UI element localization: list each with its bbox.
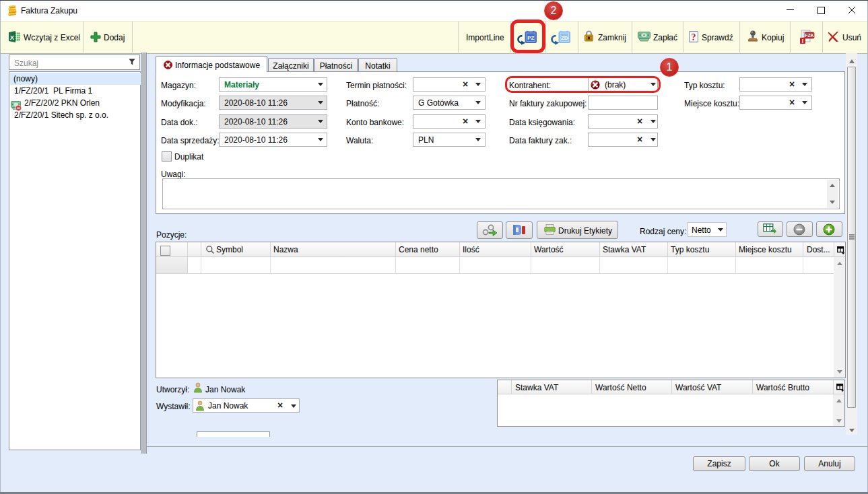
svg-text:!: ! <box>802 38 804 44</box>
svg-text:X: X <box>10 34 15 41</box>
svg-text:FZK: FZK <box>805 33 814 38</box>
svg-text:?: ? <box>692 32 696 42</box>
svg-text:ZD: ZD <box>561 35 568 41</box>
